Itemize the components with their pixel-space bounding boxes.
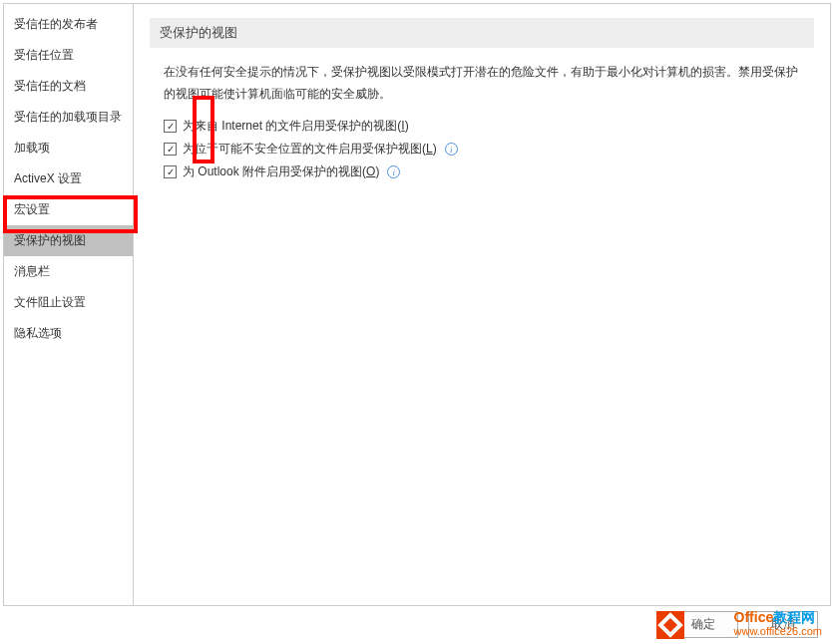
content-pane: 受保护的视图 在没有任何安全提示的情况下，受保护视图以受限模式打开潜在的危险文件… (134, 4, 830, 605)
sidebar-item-macro-settings[interactable]: 宏设置 (4, 194, 133, 225)
option-internet-files[interactable]: 为来自 Internet 的文件启用受保护的视图(I) (150, 115, 814, 138)
checkbox-icon[interactable] (164, 143, 177, 156)
sidebar: 受信任的发布者 受信任位置 受信任的文档 受信任的加载项目录 加载项 Activ… (4, 4, 134, 605)
option-outlook-attachments[interactable]: 为 Outlook 附件启用受保护的视图(O) (150, 161, 814, 183)
watermark-logo-icon (656, 611, 684, 639)
section-description: 在没有任何安全提示的情况下，受保护视图以受限模式打开潜在的危险文件，有助于最小化… (150, 62, 814, 105)
info-icon[interactable] (445, 143, 458, 156)
option-label: 为 Outlook 附件启用受保护的视图(O) (183, 163, 379, 180)
sidebar-item-privacy-options[interactable]: 隐私选项 (4, 318, 133, 349)
option-label: 为位于可能不安全位置的文件启用受保护视图(L) (183, 141, 437, 158)
option-label: 为来自 Internet 的文件启用受保护的视图(I) (183, 118, 409, 135)
sidebar-item-activex-settings[interactable]: ActiveX 设置 (4, 163, 133, 194)
sidebar-item-file-block-settings[interactable]: 文件阻止设置 (4, 287, 133, 318)
sidebar-item-protected-view[interactable]: 受保护的视图 (4, 225, 133, 256)
sidebar-item-message-bar[interactable]: 消息栏 (4, 256, 133, 287)
sidebar-item-addins[interactable]: 加载项 (4, 133, 133, 163)
watermark-text: Office教程网 www.office26.com (734, 609, 822, 638)
sidebar-item-trusted-documents[interactable]: 受信任的文档 (4, 71, 133, 102)
checkbox-icon[interactable] (164, 165, 177, 178)
checkbox-icon[interactable] (164, 120, 177, 133)
info-icon[interactable] (387, 165, 400, 178)
sidebar-item-trusted-locations[interactable]: 受信任位置 (4, 40, 133, 71)
sidebar-item-trusted-addin-catalogs[interactable]: 受信任的加载项目录 (4, 102, 133, 133)
section-title: 受保护的视图 (150, 18, 814, 48)
sidebar-item-trusted-publishers[interactable]: 受信任的发布者 (4, 9, 133, 40)
option-unsafe-locations[interactable]: 为位于可能不安全位置的文件启用受保护视图(L) (150, 138, 814, 161)
dialog-container: 受信任的发布者 受信任位置 受信任的文档 受信任的加载项目录 加载项 Activ… (3, 3, 831, 606)
